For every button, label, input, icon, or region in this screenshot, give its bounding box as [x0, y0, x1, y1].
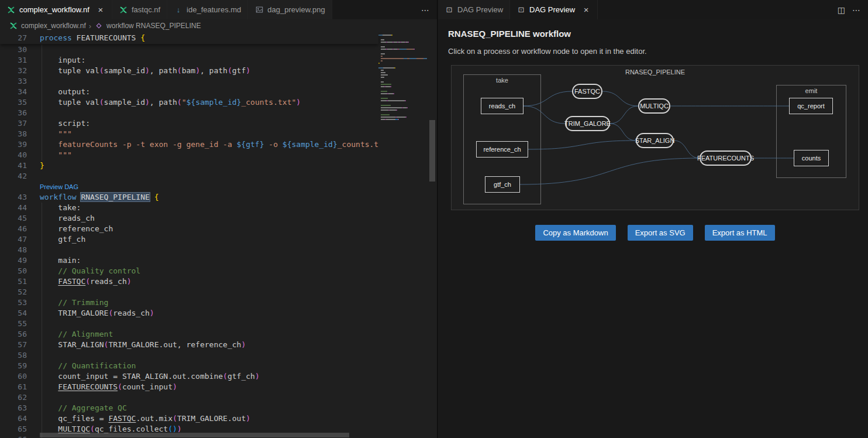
line-number[interactable]: 33	[0, 76, 27, 87]
line-content[interactable]: process FEATURECOUNTS {	[27, 33, 378, 43]
line-number[interactable]: 52	[0, 287, 27, 297]
line-number[interactable]: 50	[0, 266, 27, 276]
line-content[interactable]: // Alignment	[27, 329, 437, 340]
line-number[interactable]: 47	[0, 234, 27, 245]
line-content[interactable]	[27, 108, 437, 118]
line-number[interactable]: 49	[0, 255, 27, 266]
vertical-scrollbar[interactable]	[429, 120, 435, 182]
line-content[interactable]: STAR_ALIGN(TRIM_GALORE.out, reference_ch…	[27, 340, 437, 350]
line-number[interactable]: 58	[0, 350, 27, 361]
line-number[interactable]: 63	[0, 403, 27, 413]
dag-node-FEATURECOUNTS[interactable]: FEATURECOUNTS	[700, 150, 752, 166]
line-content[interactable]	[27, 76, 437, 87]
line-content[interactable]: gtf_ch	[27, 234, 437, 245]
line-number[interactable]: 41	[0, 160, 27, 171]
line-content[interactable]: """	[27, 129, 437, 139]
line-number[interactable]: 59	[0, 361, 27, 371]
line-content[interactable]: """	[27, 150, 437, 160]
breadcrumb-symbol[interactable]: workflow RNASEQ_PIPELINE	[106, 22, 201, 30]
line-content[interactable]	[27, 319, 437, 329]
line-content[interactable]: qc_files = FASTQC.out.mix(TRIM_GALORE.ou…	[27, 413, 437, 424]
line-number[interactable]: 32	[0, 66, 27, 76]
minimap[interactable]	[378, 32, 428, 438]
line-content[interactable]: featureCounts -p -t exon -g gene_id -a $…	[27, 139, 437, 150]
line-content[interactable]	[27, 350, 437, 361]
line-content[interactable]: TRIM_GALORE(reads_ch)	[27, 308, 437, 319]
line-number[interactable]: 64	[0, 413, 27, 424]
line-content[interactable]: FEATURECOUNTS(count_input)	[27, 382, 437, 392]
line-content[interactable]: }	[27, 160, 437, 171]
line-number[interactable]: 65	[0, 424, 27, 434]
line-number[interactable]: 57	[0, 340, 27, 350]
line-number[interactable]: 40	[0, 150, 27, 160]
line-number[interactable]: 35	[0, 97, 27, 108]
sticky-scroll-line[interactable]: 27process FEATURECOUNTS {	[0, 32, 378, 44]
line-content[interactable]: count_input = STAR_ALIGN.out.combine(gtf…	[27, 371, 437, 382]
line-content[interactable]: main:	[27, 255, 437, 266]
breadcrumb-file[interactable]: complex_workflow.nf	[21, 22, 86, 30]
line-content[interactable]	[27, 287, 437, 297]
line-content[interactable]: take:	[27, 203, 437, 213]
line-content[interactable]: reads_ch	[27, 213, 437, 224]
line-number[interactable]: 54	[0, 308, 27, 319]
split-editor-icon[interactable]: ◫	[838, 5, 845, 15]
line-number[interactable]: 61	[0, 382, 27, 392]
tab-complex-workflow-nf[interactable]: complex_workflow.nf×	[0, 0, 112, 19]
codelens-preview-dag[interactable]: Preview DAG	[0, 182, 437, 192]
line-number[interactable]: 53	[0, 297, 27, 308]
copy-as-markdown-button[interactable]: Copy as Markdown	[535, 225, 615, 241]
tab-dag-preview[interactable]: ⊡DAG Preview	[438, 0, 510, 19]
line-content[interactable]: // Aggregate QC	[27, 403, 437, 413]
line-number[interactable]: 39	[0, 139, 27, 150]
line-number[interactable]: 43	[0, 192, 27, 203]
line-content[interactable]	[27, 392, 437, 403]
export-as-svg-button[interactable]: Export as SVG	[628, 225, 693, 241]
line-content[interactable]: FASTQC(reads_ch)	[27, 276, 437, 287]
tab-dag-preview[interactable]: ⊡DAG Preview×	[510, 0, 598, 19]
more-actions-icon[interactable]: ⋯	[421, 5, 429, 15]
tab-fastqc-nf[interactable]: fastqc.nf	[112, 0, 167, 19]
dag-node-MULTIQC[interactable]: MULTIQC	[638, 98, 670, 114]
tab-dag-preview-png[interactable]: dag_preview.png	[248, 0, 332, 19]
line-content[interactable]: // Quantification	[27, 361, 437, 371]
line-number[interactable]: 66	[0, 434, 27, 438]
line-number[interactable]: 45	[0, 213, 27, 224]
line-number[interactable]: 30	[0, 45, 27, 55]
line-number[interactable]: 62	[0, 392, 27, 403]
line-content[interactable]: // Quality control	[27, 266, 437, 276]
line-number[interactable]: 42	[0, 171, 27, 182]
line-number[interactable]: 37	[0, 118, 27, 129]
line-content[interactable]: input:	[27, 55, 437, 66]
line-number[interactable]: 34	[0, 87, 27, 97]
line-content[interactable]: output:	[27, 87, 437, 97]
line-content[interactable]: script:	[27, 118, 437, 129]
line-number[interactable]: 46	[0, 224, 27, 234]
line-content[interactable]: tuple val(sample_id), path(bam), path(gt…	[27, 66, 437, 76]
close-icon[interactable]: ×	[581, 5, 591, 15]
line-content[interactable]: workflow RNASEQ_PIPELINE {	[27, 192, 437, 203]
line-number[interactable]: 44	[0, 203, 27, 213]
horizontal-scrollbar[interactable]	[40, 433, 349, 437]
more-actions-icon[interactable]: ⋯	[852, 5, 860, 15]
line-content[interactable]	[27, 45, 437, 55]
export-as-html-button[interactable]: Export as HTML	[705, 225, 775, 241]
line-content[interactable]: reference_ch	[27, 224, 437, 234]
dag-node-STAR_ALIGN[interactable]: STAR_ALIGN	[636, 133, 674, 148]
line-number[interactable]: 31	[0, 55, 27, 66]
line-number[interactable]: 55	[0, 319, 27, 329]
line-content[interactable]: tuple val(sample_id), path("${sample_id}…	[27, 97, 437, 108]
dag-node-TRIM_GALORE[interactable]: TRIM_GALORE	[565, 116, 610, 131]
close-icon[interactable]: ×	[96, 5, 105, 15]
line-number[interactable]: 36	[0, 108, 27, 118]
code-editor[interactable]: 3031 input:32 tuple val(sample_id), path…	[0, 32, 437, 438]
line-number[interactable]: 60	[0, 371, 27, 382]
line-content[interactable]: // Trimming	[27, 297, 437, 308]
line-number[interactable]: 51	[0, 276, 27, 287]
line-number[interactable]: 56	[0, 329, 27, 340]
line-number[interactable]: 27	[0, 33, 27, 43]
line-content[interactable]	[27, 171, 437, 182]
line-content[interactable]	[27, 245, 437, 255]
tab-ide-features-md[interactable]: ↓ide_features.md	[167, 0, 248, 19]
dag-node-FASTQC[interactable]: FASTQC	[572, 84, 602, 99]
line-number[interactable]: 38	[0, 129, 27, 139]
